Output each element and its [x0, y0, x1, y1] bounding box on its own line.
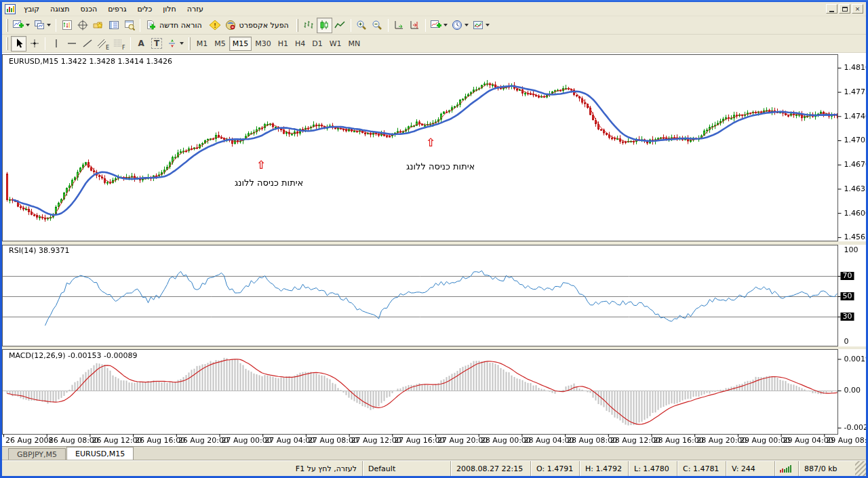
periods-button[interactable]	[450, 18, 471, 33]
timeframe-button-M15[interactable]: M15	[229, 37, 252, 51]
favorites-button[interactable]	[90, 18, 106, 33]
auto-scroll-icon	[393, 20, 404, 31]
text-tool-button[interactable]: A	[134, 36, 149, 52]
status-segment-4: C: 1.4781	[677, 461, 726, 476]
new-chart-button[interactable]	[11, 18, 32, 33]
status-segment-3: L: 1.4780	[628, 461, 677, 476]
menu-item-3[interactable]: גרפים	[102, 3, 132, 16]
navigator-button[interactable]	[106, 18, 121, 33]
timeframe-button-M5[interactable]: M5	[211, 37, 229, 51]
bar-chart-button[interactable]	[301, 18, 317, 33]
timeframe-button-M1[interactable]: M1	[193, 37, 212, 51]
toolbar-grip[interactable]	[189, 37, 191, 50]
terminal-button[interactable]	[121, 18, 137, 33]
signal-bars-icon	[779, 464, 794, 473]
menu-item-2[interactable]: הכנס	[75, 3, 103, 16]
toolbar-separator	[351, 19, 351, 32]
new-order-button[interactable]: הוראה חדשה	[143, 18, 207, 33]
status-bar: לעזרה, לחץ על F1 Default 2008.08.27 22:1…	[2, 460, 866, 476]
timeframe-button-D1[interactable]: D1	[309, 37, 326, 51]
status-segment-0: 2008.08.27 22:15	[450, 461, 530, 476]
favorites-star-icon	[93, 20, 104, 31]
fibonacci-tool-button[interactable]: F	[111, 36, 127, 52]
timeframe-button-MN[interactable]: MN	[345, 37, 364, 51]
zoom-in-button[interactable]	[354, 18, 370, 33]
crosshair-tool-button[interactable]	[26, 36, 42, 52]
cursor-tool-button[interactable]	[11, 36, 26, 52]
close-button[interactable]: ×	[852, 4, 863, 14]
long-entry-arrow-icon-1[interactable]: ⇧	[426, 137, 435, 148]
candlestick-chart-button[interactable]	[317, 18, 332, 33]
dropdown-arrow-icon	[443, 24, 448, 26]
candlestick-chart-icon	[319, 20, 330, 31]
timeframe-button-W1[interactable]: W1	[326, 37, 345, 51]
vertical-line-tool-button[interactable]	[48, 36, 64, 52]
menu-item-1[interactable]: תצוגה	[45, 3, 75, 16]
chart-tab-1[interactable]: EURUSD,M15	[66, 447, 134, 460]
connection-status-icon	[774, 461, 798, 476]
status-profile[interactable]: Default	[362, 461, 450, 476]
terminal-icon	[124, 20, 135, 31]
resize-grip[interactable]	[855, 461, 866, 476]
chart-tab-0[interactable]: GBPJPY,M5	[8, 448, 66, 460]
toolbar-grip[interactable]	[6, 19, 8, 32]
chart-shift-button[interactable]	[407, 18, 422, 33]
expert-advisors-button[interactable]: הפעל אקספרט	[223, 18, 294, 33]
periods-clock-icon	[452, 20, 462, 31]
profiles-icon	[34, 20, 45, 31]
indicators-button[interactable]	[429, 18, 450, 33]
app-logo-icon[interactable]	[5, 4, 16, 14]
menu-item-0[interactable]: קובץ	[18, 3, 45, 16]
indicators-icon	[431, 20, 441, 31]
restore-button[interactable]	[839, 4, 850, 14]
menu-item-6[interactable]: עזרה	[182, 3, 209, 16]
horizontal-line-tool-button[interactable]	[64, 36, 79, 52]
chart-shift-icon	[409, 20, 420, 31]
profiles-button[interactable]	[32, 18, 53, 33]
templates-icon	[473, 20, 484, 31]
zoom-out-button[interactable]	[370, 18, 385, 33]
market-watch-button[interactable]	[59, 18, 75, 33]
toolbar-separator	[388, 19, 389, 32]
arrows-tool-button[interactable]	[165, 36, 186, 52]
timeframe-button-H1[interactable]: H1	[275, 37, 292, 51]
status-segment-2: H: 1.4792	[579, 461, 628, 476]
templates-button[interactable]	[471, 18, 492, 33]
restore-icon	[842, 7, 848, 12]
expert-advisors-label: הפעל אקספרט	[237, 21, 292, 30]
fibonacci-sub-label: F	[122, 45, 125, 51]
auto-scroll-button[interactable]	[391, 18, 407, 33]
main-chart-canvas[interactable]	[2, 53, 866, 446]
text-label-tool-button[interactable]: T	[149, 36, 165, 52]
text-tool-icon: A	[138, 39, 144, 48]
crosshair-window-button[interactable]	[75, 18, 90, 33]
toolbar-separator	[56, 19, 56, 32]
channel-tool-button[interactable]: E	[95, 36, 111, 52]
channel-icon	[97, 38, 106, 49]
line-chart-button[interactable]	[332, 18, 348, 33]
dropdown-arrow-icon	[486, 24, 490, 26]
toolbar-separator	[130, 37, 131, 50]
long-entry-annotation-0[interactable]: איתות כניסה ללונג	[235, 178, 303, 188]
dropdown-arrow-icon	[465, 24, 469, 26]
menu-item-5[interactable]: חלון	[157, 3, 181, 16]
zoom-out-icon	[372, 20, 382, 31]
menu-item-4[interactable]: כלים	[132, 3, 158, 16]
chart-workspace: EURUSD,M15 1.3422 1.3428 1.3414 1.3426 R…	[2, 53, 866, 446]
timeframe-toolbar: M1M5M15M30H1H4D1W1MN	[193, 37, 364, 51]
alert-button[interactable]: !	[207, 18, 223, 33]
timeframe-button-H4[interactable]: H4	[292, 37, 309, 51]
trendline-icon	[82, 38, 93, 49]
new-order-icon	[145, 20, 156, 31]
toolbar-grip[interactable]	[6, 37, 8, 50]
trendline-tool-button[interactable]	[79, 36, 95, 52]
toolbar-grip[interactable]	[296, 19, 298, 32]
long-entry-annotation-1[interactable]: איתות כניסה ללונג	[406, 161, 475, 172]
timeframe-button-M30[interactable]: M30	[252, 37, 275, 51]
bar-chart-icon	[303, 20, 314, 31]
chart-tab-bar: GBPJPY,M5EURUSD,M15	[2, 446, 866, 460]
minimize-button[interactable]	[826, 4, 837, 14]
symbol-ohlc-label: EURUSD,M15 1.3422 1.3428 1.3414 1.3426	[9, 57, 172, 66]
navigator-icon	[108, 20, 119, 31]
long-entry-arrow-icon-0[interactable]: ⇧	[256, 159, 266, 170]
